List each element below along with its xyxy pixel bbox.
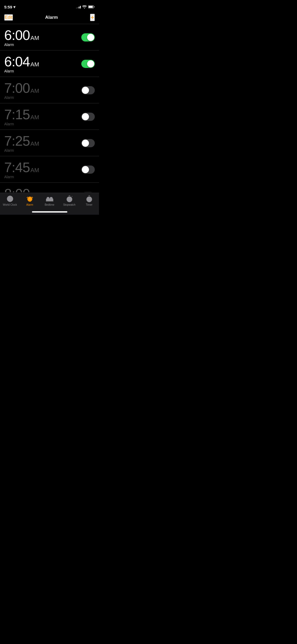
alarm-time-display: 6:04 AM: [4, 55, 39, 68]
alarm-label: Alarm: [4, 95, 39, 100]
alarm-time-value: 7:15: [4, 108, 30, 121]
alarm-time-value: 6:04: [4, 55, 30, 68]
tab-timer[interactable]: Timer: [81, 195, 97, 206]
alarm-label: Alarm: [4, 43, 39, 47]
alarm-time-value: 6:00: [4, 28, 30, 42]
time-display: 5:59: [4, 5, 12, 9]
alarm-time-value: 7:25: [4, 134, 30, 148]
alarm-label: Alarm: [4, 69, 39, 73]
alarm-item-1[interactable]: 6:00 AM Alarm: [0, 24, 99, 50]
alarm-info: 7:25 AM Alarm: [4, 134, 39, 153]
alarm-toggle-6[interactable]: [81, 165, 95, 174]
alarm-info: 7:45 AM Alarm: [4, 160, 39, 179]
alarm-item-3[interactable]: 7:00 AM Alarm: [0, 77, 99, 103]
alarm-time-value: 8:00: [4, 187, 30, 192]
location-icon: [13, 6, 16, 8]
tab-alarm-label: Alarm: [26, 203, 33, 206]
alarm-time-display: 7:45 AM: [4, 160, 39, 174]
alarm-label: Alarm: [4, 122, 39, 126]
svg-rect-11: [47, 197, 49, 199]
toggle-knob: [82, 113, 89, 120]
svg-line-18: [72, 196, 72, 197]
tab-alarm[interactable]: Alarm: [22, 195, 38, 206]
tab-timer-label: Timer: [86, 203, 92, 206]
add-alarm-button[interactable]: +: [90, 14, 95, 21]
alarm-item-4[interactable]: 7:15 AM Alarm: [0, 103, 99, 130]
alarm-ampm: AM: [30, 114, 39, 120]
svg-rect-9: [30, 199, 31, 199]
alarm-ampm: AM: [30, 141, 39, 147]
stopwatch-icon: [66, 195, 73, 203]
alarm-item-2[interactable]: 6:04 AM Alarm: [0, 50, 99, 77]
alarm-ampm: AM: [30, 88, 39, 94]
timer-icon: [86, 195, 93, 203]
edit-button[interactable]: Edit: [4, 14, 13, 21]
svg-rect-1: [89, 6, 93, 8]
alarm-info: 7:15 AM Alarm: [4, 108, 39, 126]
nav-bar: Edit Alarm +: [0, 12, 99, 24]
alarm-ampm: AM: [30, 167, 39, 173]
alarm-time-display: 7:00 AM: [4, 81, 39, 95]
alarm-icon: [26, 195, 34, 203]
alarm-toggle-7[interactable]: [81, 192, 95, 192]
alarm-toggle-4[interactable]: [81, 113, 95, 121]
alarm-info: 6:00 AM Alarm: [4, 28, 39, 47]
status-time: 5:59: [4, 5, 16, 9]
page-title: Alarm: [45, 15, 58, 20]
tab-world-clock[interactable]: World Clock: [2, 195, 18, 206]
alarm-time-value: 7:45: [4, 160, 30, 174]
wifi-icon: [82, 5, 87, 8]
alarm-time-display: 6:00 AM: [4, 28, 39, 42]
toggle-knob: [87, 34, 94, 41]
alarm-list: 6:00 AM Alarm 6:04 AM Alarm: [0, 24, 99, 192]
tab-world-clock-label: World Clock: [3, 203, 17, 206]
alarm-toggle-5[interactable]: [81, 139, 95, 147]
home-indicator: [32, 211, 67, 213]
alarm-item-6[interactable]: 7:45 AM Alarm: [0, 156, 99, 183]
alarm-item-5[interactable]: 7:25 AM Alarm: [0, 130, 99, 156]
battery-icon: [88, 5, 95, 8]
toggle-knob: [82, 166, 89, 173]
status-bar: 5:59: [0, 0, 99, 12]
tab-stopwatch-label: Stopwatch: [63, 203, 76, 206]
alarm-time-display: 7:15 AM: [4, 108, 39, 121]
alarm-ampm: AM: [30, 35, 39, 41]
alarm-info: 7:00 AM Alarm: [4, 81, 39, 100]
alarm-label: Alarm: [4, 148, 39, 153]
toggle-knob: [82, 87, 89, 94]
alarm-toggle-2[interactable]: [81, 60, 95, 68]
alarm-time-value: 7:00: [4, 81, 30, 95]
alarm-label: Alarm: [4, 175, 39, 179]
alarm-toggle-3[interactable]: [81, 86, 95, 94]
signal-icon: [76, 5, 81, 8]
tab-bedtime-label: Bedtime: [45, 203, 54, 206]
alarm-info: 6:04 AM Alarm: [4, 55, 39, 73]
bedtime-icon: [46, 195, 53, 203]
tab-bedtime[interactable]: Bedtime: [42, 195, 58, 206]
alarm-item-7[interactable]: 8:00 AM Alarm: [0, 183, 99, 192]
world-clock-icon: [6, 195, 14, 203]
toggle-knob: [87, 60, 94, 67]
alarm-toggle-1[interactable]: [81, 33, 95, 42]
tab-stopwatch[interactable]: Stopwatch: [62, 195, 77, 206]
alarm-time-display: 8:00 AM: [4, 187, 39, 192]
status-icons: [76, 5, 95, 8]
svg-rect-12: [50, 197, 52, 199]
alarm-ampm: AM: [30, 62, 39, 67]
toggle-knob: [82, 140, 89, 147]
alarm-info: 8:00 AM Alarm: [4, 187, 39, 192]
alarm-time-display: 7:25 AM: [4, 134, 39, 148]
